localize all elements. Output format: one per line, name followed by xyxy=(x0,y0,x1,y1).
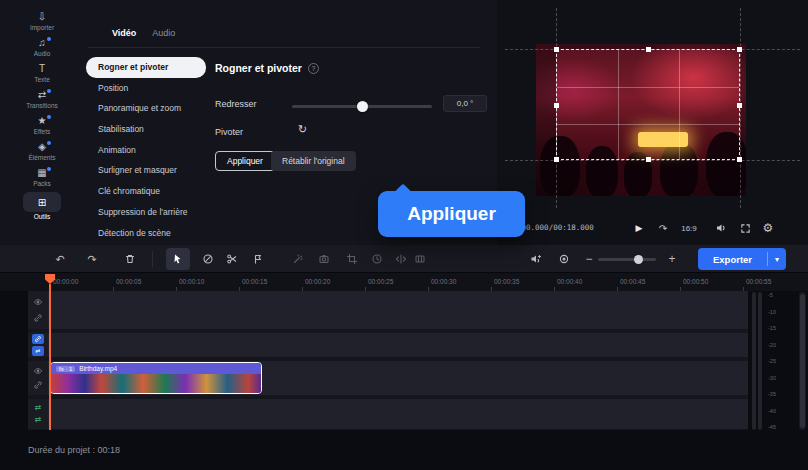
marker-icon[interactable] xyxy=(250,251,266,267)
tool-item-cle-chromatique[interactable]: Clé chromatique xyxy=(86,181,206,202)
meter-label: -45 xyxy=(768,424,776,430)
zoom-in-button[interactable]: + xyxy=(664,251,680,267)
crop-handle-w[interactable] xyxy=(554,103,559,108)
crop-handle-se[interactable] xyxy=(737,157,742,162)
slider-thumb[interactable] xyxy=(357,101,368,112)
sidebar-item-label: Packs xyxy=(33,180,51,187)
crop-handle-nw[interactable] xyxy=(554,47,559,52)
repeat-icon[interactable]: ⇄ xyxy=(35,416,42,424)
sync-icon[interactable]: ⇄ xyxy=(32,346,44,356)
text-icon: T xyxy=(25,62,59,75)
link-icon[interactable] xyxy=(33,380,43,390)
straighten-value-field[interactable]: 0,0 ° xyxy=(443,95,487,112)
zoom-slider-thumb[interactable] xyxy=(634,255,643,264)
playhead-line xyxy=(49,284,51,430)
sidebar-item-texte[interactable]: T Texte xyxy=(7,59,77,85)
play-button[interactable]: ▶ xyxy=(631,220,647,236)
sidebar-item-elements[interactable]: ◈ Éléments xyxy=(7,137,77,163)
slip-tool-icon[interactable] xyxy=(200,251,216,267)
speed-clock-icon[interactable] xyxy=(369,251,385,267)
volume-icon[interactable] xyxy=(713,220,729,236)
tab-audio[interactable]: Audio xyxy=(152,28,175,38)
tool-item-animation[interactable]: Animation xyxy=(86,140,206,161)
tool-item-rogner-et-pivoter[interactable]: Rogner et pivoter xyxy=(86,57,206,78)
export-button[interactable]: Exporter ▾ xyxy=(698,248,786,270)
sidebar-item-packs[interactable]: ▦ Packs xyxy=(7,163,77,189)
linked-track-icon[interactable] xyxy=(32,334,44,344)
sidebar-item-audio[interactable]: ♫ Audio xyxy=(7,33,77,59)
magic-wand-icon[interactable] xyxy=(290,251,306,267)
track-row-video[interactable]: fx · 1 Birthday.mp4 xyxy=(28,361,748,395)
track-row[interactable]: ⇄ ⇄ xyxy=(28,399,748,429)
visibility-eye-icon[interactable] xyxy=(33,297,43,307)
meter-label: -35 xyxy=(768,391,776,397)
visibility-eye-icon[interactable] xyxy=(33,366,43,376)
meter-channel-left xyxy=(752,292,756,430)
crop-handle-n[interactable] xyxy=(646,47,651,52)
loop-icon[interactable]: ⇄ xyxy=(35,404,42,412)
crop-gridline xyxy=(618,50,619,159)
top-panels: ⇩ Importer ♫ Audio T Texte ⇄ Transitions… xyxy=(0,0,808,245)
tool-list: Rogner et pivoter Position Panoramique e… xyxy=(86,57,206,243)
sidebar-item-effets[interactable]: ★ Effets xyxy=(7,111,77,137)
apply-button[interactable]: Appliquer xyxy=(215,151,275,171)
scrollbar-thumb[interactable] xyxy=(800,294,805,428)
crop-guide-right xyxy=(740,8,741,208)
split-tool-icon[interactable] xyxy=(393,251,409,267)
motion-record-icon[interactable] xyxy=(556,251,572,267)
scissors-icon[interactable] xyxy=(224,251,240,267)
timeline-clip-birthday[interactable]: fx · 1 Birthday.mp4 xyxy=(50,362,262,394)
app-window: ⇩ Importer ♫ Audio T Texte ⇄ Transitions… xyxy=(0,0,808,470)
rotate-icon[interactable]: ↻ xyxy=(298,123,307,136)
aspect-ratio-button[interactable]: 16:9 xyxy=(677,220,701,236)
tool-item-surligner-et-masquer[interactable]: Surligner et masquer xyxy=(86,160,206,181)
pointer-tool-button[interactable] xyxy=(166,248,190,270)
ruler-label: 00:00:00 xyxy=(53,278,78,285)
redo-button[interactable]: ↷ xyxy=(84,251,100,267)
help-icon[interactable]: ? xyxy=(308,63,319,74)
crop-gridline xyxy=(557,124,739,125)
straighten-slider[interactable] xyxy=(292,101,432,111)
delete-icon[interactable] xyxy=(122,251,138,267)
crop-guide-bottom xyxy=(505,160,800,161)
fx-badge: fx · 1 xyxy=(56,366,75,372)
crop-handle-ne[interactable] xyxy=(737,47,742,52)
sidebar-item-importer[interactable]: ⇩ Importer xyxy=(7,7,77,33)
tab-video[interactable]: Vidéo xyxy=(112,28,136,38)
tool-item-stabilisation[interactable]: Stabilisation xyxy=(86,119,206,140)
settings-gear-icon[interactable]: ⚙ xyxy=(760,220,776,236)
track-row[interactable]: ⇄ xyxy=(28,333,748,357)
crop-handle-sw[interactable] xyxy=(554,157,559,162)
chevron-down-icon[interactable]: ▾ xyxy=(768,255,786,264)
ruler-label: 00:00:05 xyxy=(116,278,141,285)
track-row[interactable] xyxy=(28,291,748,329)
sidebar-item-transitions[interactable]: ⇄ Transitions xyxy=(7,85,77,111)
crop-handle-s[interactable] xyxy=(646,157,651,162)
reset-original-button[interactable]: Rétablir l'original xyxy=(271,151,356,171)
undo-button[interactable]: ↶ xyxy=(52,251,68,267)
crop-tool-icon[interactable] xyxy=(344,251,360,267)
tool-item-suppression-arriere-plan[interactable]: Suppression de l'arrière xyxy=(86,202,206,223)
ruler-label: 00:00:45 xyxy=(620,278,645,285)
zoom-out-button[interactable]: − xyxy=(581,251,597,267)
project-duration-label: Durée du projet : 00:18 xyxy=(0,433,808,455)
audio-mixer-icon[interactable] xyxy=(528,251,544,267)
snapshot-icon[interactable] xyxy=(316,251,332,267)
fullscreen-icon[interactable] xyxy=(737,220,753,236)
tool-item-panoramique-et-zoom[interactable]: Panoramique et zoom xyxy=(86,98,206,119)
timeline-zoom-slider[interactable] xyxy=(598,258,656,261)
crop-rectangle[interactable] xyxy=(556,49,740,160)
vertical-scrollbar[interactable] xyxy=(799,292,806,430)
step-forward-icon[interactable]: ↷ xyxy=(655,220,671,236)
tool-item-detection-de-scene[interactable]: Détection de scène xyxy=(86,223,206,244)
scene-icon[interactable] xyxy=(412,251,428,267)
crop-handle-e[interactable] xyxy=(737,103,742,108)
meter-label: -20 xyxy=(768,342,776,348)
tool-item-position[interactable]: Position xyxy=(86,78,206,99)
link-icon[interactable] xyxy=(33,313,43,323)
timeline-ruler[interactable]: 00:00:00 00:00:05 00:00:10 00:00:15 00:0… xyxy=(0,273,808,291)
new-badge-dot xyxy=(47,115,51,119)
coach-tooltip-appliquer[interactable]: Appliquer xyxy=(378,191,525,237)
sidebar-item-outils[interactable]: ⊞ Outils xyxy=(7,189,77,222)
straighten-label: Redresser xyxy=(215,99,257,109)
